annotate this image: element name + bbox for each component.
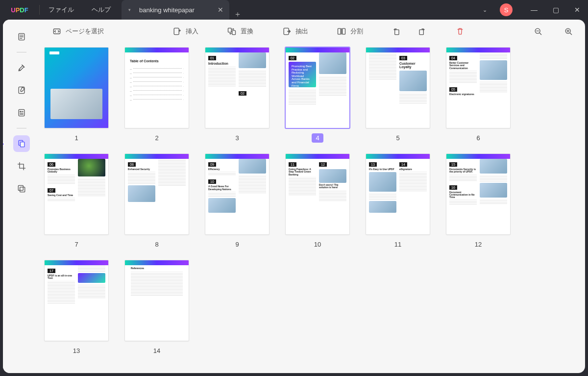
replace-label: 置換	[241, 27, 253, 36]
svg-rect-5	[21, 142, 24, 147]
page-thumbnail[interactable]: Table of Contents —· —· —· —· —· —· —· —…	[124, 47, 189, 143]
page-thumbnail[interactable]: 15 Documents Security is the priority of…	[446, 153, 511, 249]
sidebar-indicator-dot	[3, 142, 5, 146]
section-title: It's Easy to Use UPDF	[369, 168, 396, 171]
titlebar: UPDF ファイル ヘルプ ▾ banking whitepapar ✕ ＋ ⌄…	[0, 0, 588, 20]
section-title: Customer Loyalty	[399, 62, 427, 69]
page-thumbnail[interactable]: 04 Better Customer Services and Communic…	[446, 47, 511, 143]
section-title: Electronic signatures	[449, 93, 477, 96]
page-thumbnail[interactable]: 01 Introduction 02 3	[205, 47, 270, 143]
sidebar-divider	[17, 52, 26, 52]
page-number: 1	[71, 133, 82, 143]
insert-label: 挿入	[186, 27, 198, 36]
svg-rect-2	[19, 109, 24, 116]
page-number: 14	[149, 346, 164, 355]
section-tag: 05	[449, 87, 457, 92]
page-organize-toolbar: ページを選択 挿入 置換 抽出 分割	[40, 20, 585, 43]
svg-rect-11	[232, 30, 236, 34]
section-tag: 02	[239, 91, 246, 96]
page-number: 8	[151, 240, 162, 249]
page-thumbnail[interactable]: The Most Crucial Strategy for Banks and …	[44, 47, 109, 143]
page-thumbnail[interactable]: References 14	[124, 260, 189, 355]
svg-point-3	[20, 111, 21, 112]
page-number: 6	[472, 133, 484, 143]
zoom-in-button[interactable]	[558, 24, 579, 39]
sidebar-form-icon[interactable]	[13, 104, 30, 121]
svg-rect-7	[20, 187, 25, 192]
svg-rect-10	[228, 28, 232, 32]
page-thumbnail[interactable]: 11 Going Paperless: A Step Toward Green …	[285, 153, 350, 249]
extract-label: 抽出	[295, 27, 308, 36]
page-thumbnail[interactable]: 13 It's Easy to Use UPDF 14 eSignature	[366, 153, 430, 249]
section-tag: 11	[289, 162, 296, 167]
section-title: Going Paperless: A Step Toward Green Ban…	[289, 168, 316, 176]
section-tag: 07	[48, 188, 55, 193]
section-title: Better Customer Services and Communicati…	[449, 62, 477, 70]
page-number: 7	[71, 240, 82, 249]
svg-rect-14	[343, 28, 345, 34]
menu-file[interactable]: ファイル	[40, 0, 83, 20]
user-avatar[interactable]: S	[495, 0, 517, 20]
section-tag: 09	[208, 162, 216, 167]
window-minimize-icon[interactable]: —	[523, 0, 545, 20]
tab-strip: ▾ banking whitepapar ✕ ＋	[120, 0, 246, 20]
sidebar-organize-pages-icon[interactable]	[13, 135, 30, 152]
new-tab-button[interactable]: ＋	[229, 9, 246, 20]
menu-help[interactable]: ヘルプ	[83, 0, 120, 20]
section-tag: 08	[128, 162, 136, 167]
section-banner: Promoting Best Practice and Reducing Wor…	[289, 62, 316, 87]
section-tag: 12	[319, 162, 327, 167]
extract-page-button[interactable]: 抽出	[276, 24, 314, 39]
sidebar-edit-icon[interactable]	[13, 82, 30, 99]
svg-rect-16	[419, 30, 423, 35]
sidebar-crop-icon[interactable]	[13, 158, 30, 175]
page-thumbnail[interactable]: 08 Enhanced Security 8	[124, 153, 189, 249]
page-number: 2	[151, 133, 162, 143]
section-tag: 14	[399, 162, 407, 167]
page-number: 11	[391, 240, 405, 249]
thumbnail-grid: The Most Crucial Strategy for Banks and …	[40, 43, 585, 373]
document-tab[interactable]: ▾ banking whitepapar ✕	[122, 0, 229, 20]
page-number: 13	[69, 346, 84, 355]
select-pages-button[interactable]: ページを選択	[46, 24, 110, 39]
window-dropdown-icon[interactable]: ⌄	[474, 0, 495, 20]
page-thumbnail[interactable]: 06 Promotes Business Globally 07 Saving …	[44, 153, 109, 249]
sidebar-layers-icon[interactable]	[13, 180, 30, 197]
section-title: References	[131, 267, 183, 270]
rotate-right-button[interactable]	[411, 24, 433, 39]
left-sidebar	[3, 20, 40, 373]
split-page-button[interactable]: 分割	[331, 24, 369, 39]
page-thumbnail[interactable]: 09 Efficiency 10 A Good News For Develop…	[205, 153, 270, 249]
window-close-icon[interactable]: ✕	[566, 0, 588, 20]
main-panel: ページを選択 挿入 置換 抽出 分割	[40, 20, 585, 373]
insert-page-button[interactable]: 挿入	[166, 24, 204, 39]
page-thumbnail[interactable]: 02 Promoting Best Practice and Reducing …	[285, 47, 350, 143]
page-number: 10	[310, 240, 325, 249]
callout-text: Don't worry! The solution is here!	[319, 184, 346, 189]
svg-rect-15	[395, 30, 399, 35]
sidebar-highlight-icon[interactable]	[13, 59, 30, 76]
page-thumbnail[interactable]: 03 Customer Loyalty 5	[366, 47, 430, 143]
tab-close-icon[interactable]: ✕	[218, 6, 223, 13]
svg-rect-6	[18, 185, 23, 190]
section-title: Document Communication in No Time	[449, 191, 477, 199]
split-label: 分割	[350, 27, 363, 36]
section-title: eSignature	[399, 168, 427, 171]
svg-rect-13	[338, 28, 341, 34]
delete-page-button[interactable]	[449, 24, 471, 39]
section-tag: 13	[369, 162, 377, 167]
replace-page-button[interactable]: 置換	[221, 24, 259, 39]
sidebar-reader-icon[interactable]	[13, 28, 30, 45]
page-number: 4	[312, 133, 323, 143]
rotate-left-button[interactable]	[386, 24, 407, 39]
section-title: Introduction	[208, 62, 236, 65]
select-pages-label: ページを選択	[66, 27, 104, 36]
workspace: ページを選択 挿入 置換 抽出 分割	[3, 20, 585, 373]
page-thumbnail[interactable]: 17 UPDF is an all-in-one Tool. 13	[44, 260, 109, 355]
tab-caret-icon[interactable]: ▾	[128, 7, 131, 12]
section-title: Promotes Business Globally	[48, 168, 75, 174]
window-maximize-icon[interactable]: ▢	[545, 0, 566, 20]
svg-rect-9	[174, 28, 179, 34]
zoom-out-button[interactable]	[527, 24, 549, 39]
page-number: 12	[471, 240, 486, 249]
